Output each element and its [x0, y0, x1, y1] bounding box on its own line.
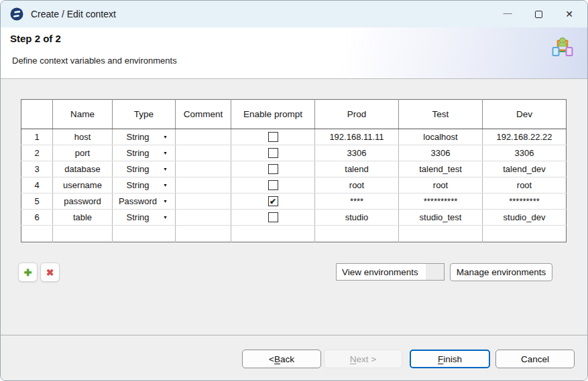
close-button[interactable]: ✕	[554, 1, 585, 27]
dev-cell[interactable]: 192.168.22.22	[483, 129, 567, 145]
enable-prompt-checkbox[interactable]	[268, 180, 278, 190]
row-number-cell[interactable]: 5	[21, 194, 53, 210]
add-variable-button[interactable]: ✚	[18, 262, 38, 282]
test-cell[interactable]	[399, 226, 483, 242]
type-value: String	[113, 180, 163, 190]
table-row	[21, 226, 567, 242]
table-row: 3databaseString▼talendtalend_testtalend_…	[21, 161, 567, 177]
test-cell[interactable]: root	[399, 177, 483, 194]
name-cell[interactable]: host	[53, 129, 113, 145]
finish-label-rest: inish	[443, 354, 462, 364]
back-button[interactable]: < Back	[242, 350, 321, 368]
next-label-rest: ext >	[357, 354, 377, 364]
type-cell[interactable]: String▼	[113, 210, 176, 226]
enable-prompt-cell[interactable]	[231, 177, 315, 194]
dropdown-arrow-icon[interactable]: ▼	[163, 135, 175, 139]
cancel-label: Cancel	[521, 354, 549, 364]
finish-button[interactable]: Finish	[410, 350, 490, 368]
type-cell[interactable]	[113, 226, 176, 242]
row-number-cell[interactable]: 4	[21, 177, 53, 194]
dev-cell[interactable]: root	[483, 177, 567, 194]
prod-cell[interactable]: studio	[315, 210, 399, 226]
prod-cell[interactable]: 192.168.11.11	[315, 129, 399, 145]
test-cell[interactable]: talend_test	[399, 161, 483, 177]
title-bar: Create / Edit context — ✕	[1, 1, 587, 27]
dropdown-arrow-icon[interactable]: ▼	[163, 183, 175, 187]
dropdown-arrow-icon[interactable]: ▼	[163, 199, 175, 204]
enable-prompt-cell[interactable]	[231, 210, 315, 226]
comment-cell[interactable]	[176, 145, 231, 161]
name-cell[interactable]: password	[53, 194, 113, 210]
comment-cell[interactable]	[176, 161, 231, 177]
cancel-button[interactable]: Cancel	[495, 350, 575, 368]
table-row: 2portString▼330633063306	[21, 145, 567, 161]
create-edit-context-dialog: Create / Edit context — ✕ Step 2 of 2 De…	[0, 0, 588, 381]
manage-environments-button[interactable]: Manage environments	[450, 263, 552, 281]
comment-cell[interactable]	[176, 226, 231, 242]
combo-dropdown-area[interactable]	[426, 264, 444, 280]
close-icon: ✕	[565, 9, 573, 19]
name-cell[interactable]	[53, 226, 113, 242]
enable-prompt-checkbox[interactable]	[268, 164, 278, 174]
column-header-rownum	[21, 100, 53, 129]
maximize-button[interactable]	[523, 1, 554, 27]
dev-cell[interactable]: talend_dev	[483, 161, 567, 177]
dropdown-arrow-icon[interactable]: ▼	[163, 215, 175, 220]
column-header-enable-prompt: Enable prompt	[231, 100, 315, 129]
type-cell[interactable]: String▼	[113, 145, 176, 161]
enable-prompt-checkbox[interactable]: ✔	[268, 196, 278, 206]
type-cell[interactable]: String▼	[113, 161, 176, 177]
type-value: String	[113, 148, 163, 158]
enable-prompt-checkbox[interactable]	[268, 132, 278, 142]
dropdown-arrow-icon[interactable]: ▼	[163, 167, 175, 171]
dropdown-arrow-icon[interactable]: ▼	[163, 151, 175, 155]
remove-variable-button[interactable]: ✖	[40, 262, 60, 282]
comment-cell[interactable]	[176, 177, 231, 194]
type-cell[interactable]: String▼	[113, 177, 176, 194]
row-number-cell[interactable]: 3	[21, 161, 53, 177]
prod-cell[interactable]	[315, 226, 399, 242]
context-table-body: 1hostString▼192.168.11.11localhost192.16…	[21, 129, 567, 242]
test-cell[interactable]: studio_test	[399, 210, 483, 226]
test-cell[interactable]: 3306	[399, 145, 483, 161]
enable-prompt-checkbox[interactable]	[268, 148, 278, 158]
test-cell[interactable]: localhost	[399, 129, 483, 145]
footer-separator	[1, 335, 587, 335]
test-cell[interactable]: **********	[399, 194, 483, 210]
view-environments-label: View environments	[337, 264, 426, 280]
enable-prompt-cell[interactable]	[231, 145, 315, 161]
next-mnemonic: N	[350, 354, 357, 364]
row-number-cell[interactable]: 1	[21, 129, 53, 145]
type-cell[interactable]: Password▼	[113, 194, 176, 210]
enable-prompt-cell[interactable]	[231, 129, 315, 145]
name-cell[interactable]: username	[53, 177, 113, 194]
name-cell[interactable]: database	[53, 161, 113, 177]
comment-cell[interactable]	[176, 210, 231, 226]
view-environments-combo[interactable]: View environments	[336, 263, 445, 281]
row-number-cell[interactable]	[21, 226, 53, 242]
dialog-content: Name Type Comment Enable prompt Prod Tes…	[1, 80, 587, 380]
comment-cell[interactable]	[176, 194, 231, 210]
prod-cell[interactable]: 3306	[315, 145, 399, 161]
column-header-test: Test	[399, 100, 483, 129]
row-number-cell[interactable]: 2	[21, 145, 53, 161]
enable-prompt-cell[interactable]	[231, 161, 315, 177]
name-cell[interactable]: port	[53, 145, 113, 161]
comment-cell[interactable]	[176, 129, 231, 145]
row-number-cell[interactable]: 6	[21, 210, 53, 226]
enable-prompt-cell[interactable]: ✔	[231, 194, 315, 210]
minimize-button[interactable]: —	[492, 1, 523, 27]
prod-cell[interactable]: talend	[315, 161, 399, 177]
prod-cell[interactable]: ****	[315, 194, 399, 210]
type-value: String	[113, 164, 163, 174]
enable-prompt-checkbox[interactable]	[268, 212, 278, 222]
dev-cell[interactable]: 3306	[483, 145, 567, 161]
dev-cell[interactable]	[483, 226, 567, 242]
next-button[interactable]: Next >	[324, 350, 402, 368]
prod-cell[interactable]: root	[315, 177, 399, 194]
enable-prompt-cell[interactable]	[231, 226, 315, 242]
name-cell[interactable]: table	[53, 210, 113, 226]
dev-cell[interactable]: studio_dev	[483, 210, 567, 226]
type-cell[interactable]: String▼	[113, 129, 176, 145]
dev-cell[interactable]: *********	[483, 194, 567, 210]
